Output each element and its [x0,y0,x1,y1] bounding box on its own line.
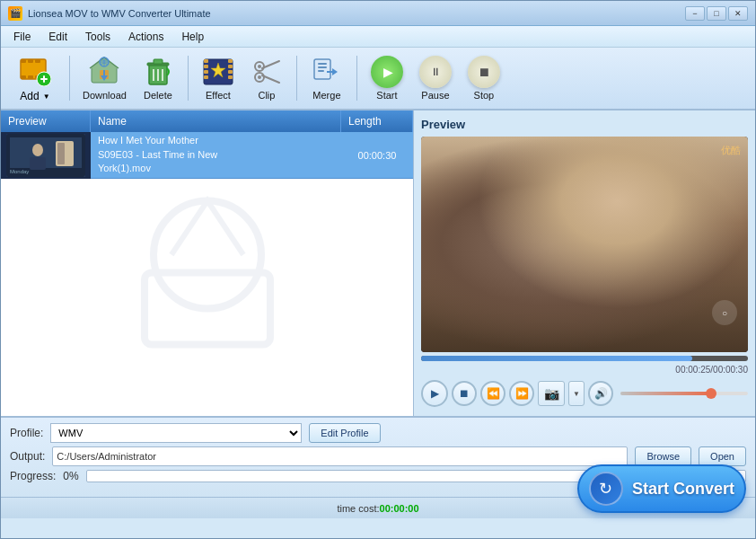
output-path-input[interactable] [52,446,628,466]
volume-button[interactable]: 🔊 [588,381,613,406]
table-row[interactable]: Monday How I Met Your Mother S09E03 - La… [1,132,413,179]
player-dropdown-button[interactable]: ▼ [568,381,585,406]
close-button[interactable]: ✕ [728,6,748,21]
video-time: 00:00:25/00:00:30 [421,365,748,375]
clip-button[interactable]: Clip [244,50,289,106]
menu-actions[interactable]: Actions [119,29,172,45]
svg-rect-39 [318,63,327,65]
effect-icon [202,56,234,88]
fast-forward-button[interactable]: ⏩ [509,381,534,406]
time-cost-value: 00:00:00 [380,503,419,514]
svg-rect-15 [103,70,105,77]
svg-rect-2 [28,59,33,63]
preview-panel: Preview 优酷 ○ 00:00:25/00:00:30 ▶ ⏹ ⏪ ⏩ 📷 [414,110,755,416]
add-button[interactable]: Add ▼ [8,50,62,106]
video-watermark: 优酷 [721,144,741,157]
window-controls: − □ ✕ [685,6,748,21]
video-frame: 优酷 ○ [421,137,748,352]
file-info: How I Met Your Mother S09E03 - Last Time… [91,132,341,180]
app-icon: 🎬 [8,6,22,21]
svg-rect-25 [204,70,208,74]
svg-point-42 [154,201,261,309]
app-window: 🎬 Lionsea MOV to WMV Converter Ultimate … [0,0,756,539]
col-header-length: Length [341,110,413,132]
menu-file[interactable]: File [4,29,40,45]
menu-bar: File Edit Tools Actions Help [1,26,755,48]
svg-point-48 [32,144,43,156]
browse-button[interactable]: Browse [635,446,691,466]
svg-rect-43 [145,273,270,345]
time-cost-label: time cost: [337,503,379,514]
menu-help[interactable]: Help [172,29,213,45]
svg-rect-24 [204,65,208,68]
clip-label: Clip [258,90,275,101]
menu-edit[interactable]: Edit [40,29,76,45]
svg-rect-29 [228,70,233,74]
delete-button[interactable]: Delete [136,50,180,106]
edit-profile-button[interactable]: Edit Profile [309,423,380,443]
stop-button[interactable]: ⏹ Stop [462,50,506,106]
svg-rect-23 [204,59,208,63]
volume-slider[interactable] [620,392,748,395]
effect-label: Effect [206,90,231,101]
video-progress-fill [421,356,692,361]
rewind-button[interactable]: ⏪ [480,381,505,406]
svg-rect-40 [318,66,327,68]
file-duration: 00:00:30 [341,150,413,161]
start-button[interactable]: ▶ Start [365,50,409,106]
file-list-body: Monday How I Met Your Mother S09E03 - La… [1,132,413,416]
pause-label: Pause [421,90,449,101]
toolbar: Add ▼ [1,48,755,110]
stop-icon: ⏹ [468,56,500,88]
stop-player-button[interactable]: ⏹ [452,381,477,406]
effect-button[interactable]: Effect [196,50,241,106]
start-convert-area: ↻ Start Convert [577,464,746,513]
pause-button[interactable]: ⏸ Pause [413,50,458,106]
file-list-header: Preview Name Length [1,110,413,132]
merge-button[interactable]: Merge [304,50,349,106]
svg-rect-41 [318,70,324,72]
play-button[interactable]: ▶ [421,380,448,407]
profile-label: Profile: [10,427,43,439]
file-thumbnail: Monday [1,132,91,179]
volume-fill [620,392,709,395]
progress-label: Progress: [10,470,56,482]
convert-icon: ↻ [589,472,623,506]
start-convert-button[interactable]: ↻ Start Convert [577,464,746,513]
svg-rect-49 [30,157,46,170]
download-icon [88,56,120,88]
video-progress-bar[interactable] [421,356,748,361]
svg-text:Monday: Monday [10,169,29,174]
volume-thumb [706,388,716,399]
file-name-line1: How I Met Your Mother [98,134,334,147]
progress-value: 0% [63,470,78,482]
pause-icon: ⏸ [419,56,452,88]
menu-tools[interactable]: Tools [76,29,119,45]
watermark [118,183,297,366]
download-label: Download [83,90,127,101]
video-content [421,137,748,352]
open-button[interactable]: Open [699,446,746,466]
profile-select[interactable]: WMV MP4 AVI [50,423,302,443]
col-header-name: Name [91,110,341,132]
player-controls: ▶ ⏹ ⏪ ⏩ 📷 ▼ 🔊 [421,378,748,409]
delete-icon [142,56,174,88]
title-bar: 🎬 Lionsea MOV to WMV Converter Ultimate … [1,1,755,26]
minimize-button[interactable]: − [685,6,705,21]
toolbar-separator-4 [356,56,357,101]
maximize-button[interactable]: □ [707,6,726,21]
svg-rect-26 [204,75,208,79]
start-label: Start [376,90,397,101]
svg-rect-4 [21,75,26,79]
main-content: Preview Name Length [1,110,755,416]
video-logo: ○ [712,300,737,325]
add-label: Add [20,90,39,102]
snapshot-button[interactable]: 📷 [538,381,565,406]
convert-label: Start Convert [632,480,734,499]
file-list-panel: Preview Name Length [1,110,414,416]
download-button[interactable]: Download [77,50,132,106]
col-header-preview: Preview [1,110,91,132]
profile-row: Profile: WMV MP4 AVI Edit Profile [10,423,746,443]
svg-rect-5 [28,75,33,79]
svg-rect-38 [314,59,330,79]
